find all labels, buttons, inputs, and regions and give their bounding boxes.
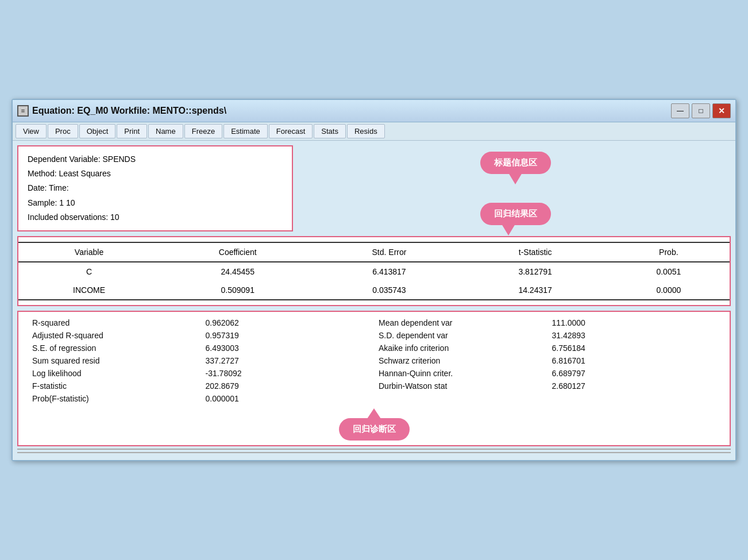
- title-bar: = Equation: EQ_M0 Workfile: MENTO::spend…: [13, 100, 735, 122]
- stat-value-left: 0.962062: [201, 316, 375, 329]
- cell-value: 0.0000: [608, 281, 730, 300]
- stat-label-right: Akaike info criterion: [374, 342, 547, 354]
- stat-value-right: 31.42893: [547, 329, 721, 342]
- col-t-statistic: t-Statistic: [463, 242, 608, 262]
- cell-variable: C: [18, 262, 160, 281]
- info-line2: Method: Least Squares: [28, 167, 283, 181]
- table-row: INCOME0.5090910.03574314.243170.0000: [18, 281, 730, 300]
- cell-value: 14.24317: [463, 281, 608, 300]
- main-window: = Equation: EQ_M0 Workfile: MENTO::spend…: [11, 99, 737, 461]
- stat-value-left: 337.2727: [201, 354, 375, 367]
- toolbar-btn-object[interactable]: Object: [79, 124, 116, 138]
- cell-value: 6.413817: [315, 262, 462, 281]
- stat-label-left: Sum squared resid: [28, 354, 201, 367]
- cell-value: 24.45455: [160, 262, 315, 281]
- stat-value-right: 111.0000: [547, 316, 721, 329]
- minimize-button[interactable]: —: [671, 103, 689, 118]
- col-variable: Variable: [18, 242, 160, 262]
- close-button[interactable]: ✕: [712, 103, 731, 118]
- stat-value-left: -31.78092: [201, 367, 375, 380]
- info-line5: Included observations: 10: [28, 210, 283, 225]
- stat-label-right: Mean dependent var: [374, 316, 547, 329]
- bubble-container: 回归诊断区: [339, 408, 410, 441]
- toolbar-btn-name[interactable]: Name: [148, 124, 183, 138]
- regression-table: Variable Coefficient Std. Error t-Statis…: [18, 242, 730, 300]
- stat-value-right: 6.689797: [547, 367, 721, 380]
- stat-label-right: Durbin-Watson stat: [374, 380, 547, 392]
- col-coefficient: Coefficient: [160, 242, 315, 262]
- toolbar-btn-print[interactable]: Print: [117, 124, 147, 138]
- stat-label-left: Prob(F-statistic): [28, 392, 201, 405]
- toolbar: ViewProcObjectPrintNameFreezeEstimateFor…: [13, 122, 735, 141]
- toolbar-btn-proc[interactable]: Proc: [48, 124, 78, 138]
- bubble-regression: 回归结果区: [480, 203, 551, 225]
- toolbar-btn-forecast[interactable]: Forecast: [269, 124, 313, 138]
- info-line4: Sample: 1 10: [28, 196, 283, 210]
- stat-label-right: Schwarz criterion: [374, 354, 547, 367]
- stat-value-left: 0.000001: [201, 392, 375, 405]
- cell-value: 0.0051: [608, 262, 730, 281]
- table-row: C24.454556.4138173.8127910.0051: [18, 262, 730, 281]
- stat-value-left: 202.8679: [201, 380, 375, 392]
- stat-label-left: S.E. of regression: [28, 342, 201, 354]
- toolbar-btn-estimate[interactable]: Estimate: [223, 124, 268, 138]
- stat-label-left: F-statistic: [28, 380, 201, 392]
- stat-label-left: Adjusted R-squared: [28, 329, 201, 342]
- stats-grid: R-squared0.962062Mean dependent var111.0…: [28, 316, 720, 405]
- table-header-row: Variable Coefficient Std. Error t-Statis…: [18, 242, 730, 262]
- info-line1: Dependent Variable: SPENDS: [28, 152, 283, 167]
- toolbar-btn-freeze[interactable]: Freeze: [184, 124, 222, 138]
- stat-label-right: S.D. dependent var: [374, 329, 547, 342]
- sep-line-1: [17, 449, 731, 450]
- annotation-area: 标题信息区 回归结果区: [300, 145, 731, 231]
- stat-label-left: R-squared: [28, 316, 201, 329]
- toolbar-btn-stats[interactable]: Stats: [314, 124, 346, 138]
- title-left: = Equation: EQ_M0 Workfile: MENTO::spend…: [17, 105, 226, 117]
- cell-value: 0.509091: [160, 281, 315, 300]
- window-title: Equation: EQ_M0 Workfile: MENTO::spends\: [32, 106, 226, 116]
- bottom-bubble-row: 回归诊断区: [28, 405, 720, 441]
- bubble-arrow: [367, 408, 381, 419]
- stat-value-left: 6.493003: [201, 342, 375, 354]
- stat-label-right: [374, 392, 547, 405]
- stats-section: R-squared0.962062Mean dependent var111.0…: [17, 311, 731, 446]
- stat-value-left: 0.957319: [201, 329, 375, 342]
- info-box: Dependent Variable: SPENDS Method: Least…: [17, 145, 293, 231]
- sep-line-2: [17, 452, 731, 453]
- cell-value: 0.035743: [315, 281, 462, 300]
- info-line3: Date: Time:: [28, 181, 283, 195]
- stat-value-right: [547, 392, 721, 405]
- stat-label-left: Log likelihood: [28, 367, 201, 380]
- toolbar-btn-view[interactable]: View: [16, 124, 47, 138]
- toolbar-btn-resids[interactable]: Resids: [347, 124, 385, 138]
- bubble-title: 标题信息区: [480, 152, 551, 174]
- window-icon: =: [17, 105, 29, 117]
- stat-value-right: 6.756184: [547, 342, 721, 354]
- top-section: Dependent Variable: SPENDS Method: Least…: [17, 145, 731, 231]
- bubble-diagnostic: 回归诊断区: [339, 418, 410, 441]
- regression-body: C24.454556.4138173.8127910.0051INCOME0.5…: [18, 262, 730, 300]
- stat-value-right: 2.680127: [547, 380, 721, 392]
- stat-label-right: Hannan-Quinn criter.: [374, 367, 547, 380]
- col-prob: Prob.: [608, 242, 730, 262]
- content-area: Dependent Variable: SPENDS Method: Least…: [13, 141, 735, 460]
- regression-section: Variable Coefficient Std. Error t-Statis…: [17, 236, 731, 306]
- col-std-error: Std. Error: [315, 242, 462, 262]
- maximize-button[interactable]: □: [692, 103, 710, 118]
- cell-value: 3.812791: [463, 262, 608, 281]
- stat-value-right: 6.816701: [547, 354, 721, 367]
- title-controls: — □ ✕: [671, 103, 731, 118]
- cell-variable: INCOME: [18, 281, 160, 300]
